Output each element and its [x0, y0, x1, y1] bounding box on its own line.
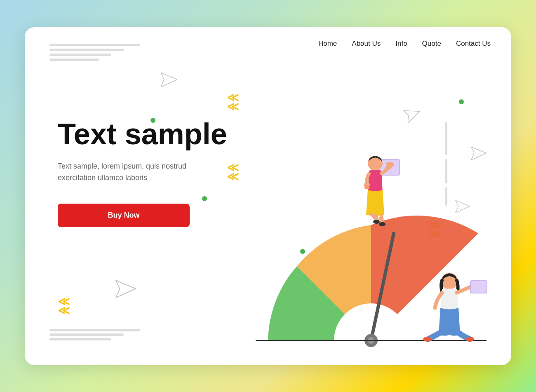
gauge-container: [223, 126, 503, 365]
nav-info[interactable]: Info: [395, 40, 407, 48]
deco-line: [49, 49, 124, 51]
left-content: Text sample Text sample, lorem ipsum, qu…: [58, 118, 227, 228]
deco-line: [49, 44, 140, 46]
navbar: Home About Us Info Quote Contact Us: [298, 27, 511, 60]
svg-marker-5: [116, 280, 136, 298]
deco-line: [49, 59, 99, 61]
svg-rect-17: [364, 185, 369, 189]
nav-home[interactable]: Home: [318, 40, 337, 48]
figure-woman-bottom: [416, 269, 491, 353]
figure-woman-top: [355, 151, 408, 235]
svg-point-20: [466, 337, 474, 342]
svg-point-19: [423, 337, 431, 342]
deco-line: [49, 338, 111, 340]
deco-lines-bottom: [49, 329, 140, 340]
chevron-1: ≪≪: [227, 93, 239, 112]
svg-rect-22: [471, 281, 487, 293]
main-card: Home About Us Info Quote Contact Us: [25, 27, 511, 365]
paper-plane-1: [161, 73, 177, 89]
deco-line: [49, 329, 140, 331]
nav-about[interactable]: About Us: [352, 40, 381, 48]
svg-marker-2: [403, 105, 422, 123]
main-title: Text sample: [58, 118, 227, 150]
paper-plane-2: [405, 108, 421, 122]
svg-point-15: [379, 222, 386, 226]
green-dot-3: [459, 99, 464, 104]
hero-subtitle: Text sample, lorem ipsum, quis nostrud e…: [58, 160, 214, 184]
deco-line: [49, 333, 124, 336]
deco-lines-top: [49, 44, 140, 61]
deco-line: [49, 54, 111, 56]
nav-quote[interactable]: Quote: [422, 40, 441, 48]
chevron-4: ≪≪: [58, 297, 70, 316]
buy-now-button[interactable]: Buy Now: [58, 204, 190, 227]
nav-contact[interactable]: Contact Us: [456, 40, 491, 48]
svg-point-14: [373, 220, 380, 224]
paper-plane-5: [115, 280, 136, 299]
svg-marker-0: [161, 73, 177, 87]
